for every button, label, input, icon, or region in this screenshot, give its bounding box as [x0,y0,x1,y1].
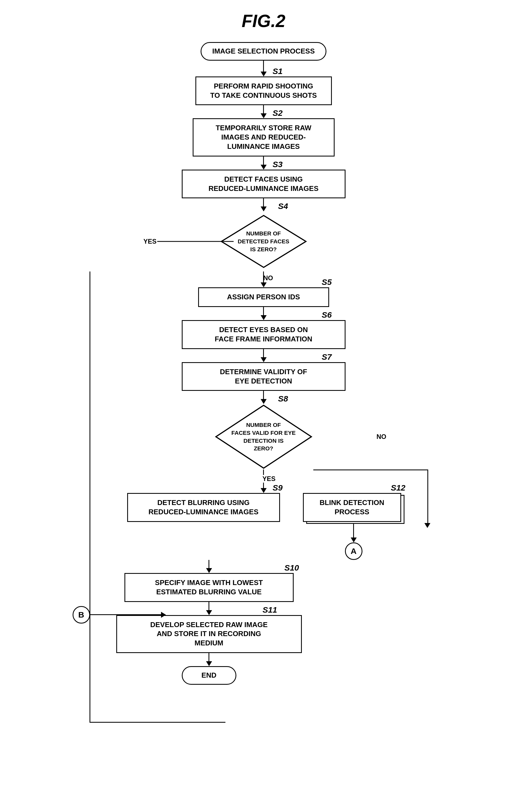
step-label-s6: S6 [322,310,332,320]
yes-bottom-line [90,722,225,723]
s9-box: DETECT BLURRING USING REDUCED-LUMINANCE … [127,493,280,522]
page-title: FIG.2 [242,11,285,31]
step-label-s10: S10 [284,563,299,572]
s12-column: S12 BLINK DETECTION PROCESS A [302,493,406,560]
step-label-s3: S3 [273,160,283,169]
s10-to-s11-area: B [45,602,373,610]
svg-marker-1 [216,405,312,468]
step-label-s4: S4 [278,202,288,211]
s12-arrow-line [353,524,354,537]
branch-s4: NO S5 ASSIGN PERSON IDS S6 DETECT EYES B… [73,272,455,493]
s12-wrapper: BLINK DETECTION PROCESS [303,493,401,522]
end-arrow-tip [206,661,212,666]
s8-no-hline [313,469,428,470]
end-box: END [182,666,236,685]
s11-to-end-line [209,653,209,661]
s8-branch: YES [100,469,427,493]
s8-yes-label: YES [262,475,275,483]
step-label-s5: S5 [322,277,332,287]
s4-no-label: NO [264,274,273,282]
s8-no-label: NO [377,433,387,440]
s4-yes-label: YES [144,237,157,245]
s7-box: DETERMINE VALIDITY OF EYE DETECTION [182,362,346,391]
s1-box: PERFORM RAPID SHOOTING TO TAKE CONTINUOU… [195,76,332,105]
s10-box: SPECIFY IMAGE WITH LOWEST ESTIMATED BLUR… [124,573,293,602]
s9-s12-row: S9 DETECT BLURRING USING REDUCED-LUMINAN… [73,493,455,560]
connector-b: B [73,606,90,624]
step-label-s1: S1 [273,67,283,76]
step-label-s7: S7 [322,352,332,362]
s8-diamond-area: NUMBER OF FACES VALID FOR EYE DETECTION … [141,404,387,469]
s5-box: ASSIGN PERSON IDS [198,287,329,307]
flowchart: IMAGE SELECTION PROCESS S1 PERFORM RAPID… [45,42,482,685]
s12-arrow-tip [351,537,357,542]
s9-column: S9 DETECT BLURRING USING REDUCED-LUMINAN… [122,493,285,522]
connector-a: A [345,542,362,560]
s6-box: DETECT EYES BASED ON FACE FRAME INFORMAT… [182,320,346,349]
step-label-s11: S11 [262,605,277,614]
step-label-s12: S12 [391,483,405,492]
step-label-s9: S9 [273,483,283,492]
start-box: IMAGE SELECTION PROCESS [200,42,327,61]
s11-label-row: S11 [114,610,304,615]
svg-marker-0 [221,216,306,267]
s10-label-row: S10 [73,568,346,573]
step-label-s8: S8 [278,394,288,403]
step-label-s2: S2 [273,108,283,118]
s3-box: DETECT FACES USING REDUCED-LUMINANCE IMA… [182,170,346,199]
s9-to-s10-line [209,560,209,568]
s2-box: TEMPORARILY STORE RAW IMAGES AND REDUCED… [193,118,335,156]
s4-diamond-area: NUMBER OF DETECTED FACES IS ZERO? YES [141,212,387,272]
s12-box: BLINK DETECTION PROCESS [303,493,401,522]
